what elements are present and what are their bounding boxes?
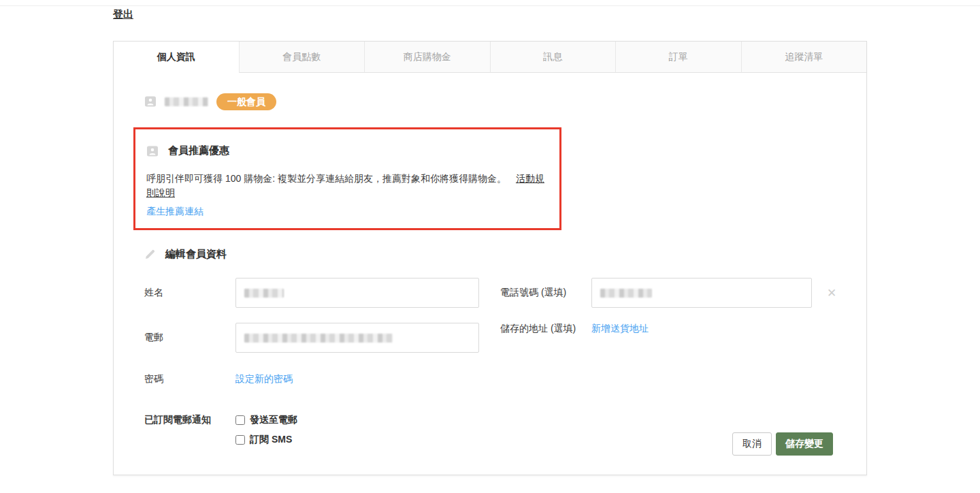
email-label: 電郵 <box>144 332 235 344</box>
member-tier-badge: 一般會員 <box>216 93 276 110</box>
member-edit-form: 姓名 電郵 密碼 設定新的密碼 已訂閱電郵通知 <box>144 278 836 446</box>
logout-link[interactable]: 登出 <box>113 8 133 21</box>
save-changes-button[interactable]: 儲存變更 <box>776 432 833 456</box>
referral-promo-box: 會員推薦優惠 呼朋引伴即可獲得 100 購物金: 複製並分享連結給朋友，推薦對象… <box>133 127 561 230</box>
notify-email-checkbox[interactable] <box>235 415 245 425</box>
clear-phone-icon[interactable]: ✕ <box>827 287 836 299</box>
top-divider <box>0 5 980 6</box>
tab-messages[interactable]: 訊息 <box>491 42 617 73</box>
notify-sms-checkbox[interactable] <box>235 435 245 445</box>
tab-store-credit[interactable]: 商店購物金 <box>365 42 491 73</box>
tab-personal-info[interactable]: 個人資訊 <box>114 42 240 73</box>
notifications-label: 已訂閱電郵通知 <box>144 414 235 426</box>
edit-section-header: 編輯會員資料 <box>144 248 836 261</box>
member-name-redacted <box>165 97 208 106</box>
referral-member-icon <box>146 145 159 157</box>
email-value-redacted <box>244 334 393 343</box>
password-label: 密碼 <box>144 373 235 385</box>
address-label: 儲存的地址 (選填) <box>500 323 591 335</box>
referral-title-row: 會員推薦優惠 <box>146 144 549 157</box>
set-new-password-link[interactable]: 設定新的密碼 <box>235 373 293 385</box>
phone-value-redacted <box>600 289 652 298</box>
referral-title: 會員推薦優惠 <box>168 144 229 157</box>
phone-input[interactable] <box>591 278 812 308</box>
notification-checkboxes: 發送至電郵 訂閱 SMS <box>235 414 297 446</box>
referral-description: 呼朋引伴即可獲得 100 購物金: 複製並分享連結給朋友，推薦對象和你將獲得購物… <box>146 172 549 200</box>
password-field-row: 密碼 設定新的密碼 <box>144 373 479 385</box>
pencil-icon <box>144 249 156 260</box>
referral-description-text: 呼朋引伴即可獲得 100 購物金: 複製並分享連結給朋友，推薦對象和你將獲得購物… <box>146 173 506 184</box>
form-column-right: 電話號碼 (選填) ✕ 儲存的地址 (選填) 新增送貨地址 <box>500 278 836 335</box>
name-value-redacted <box>244 289 284 298</box>
name-label: 姓名 <box>144 287 235 299</box>
email-field-row: 電郵 <box>144 323 479 353</box>
tab-wishlist[interactable]: 追蹤清單 <box>742 42 867 73</box>
notify-sms-option: 訂閱 SMS <box>235 434 297 446</box>
member-summary-row: 一般會員 <box>144 92 836 111</box>
notify-sms-label: 訂閱 SMS <box>250 434 292 446</box>
email-input[interactable] <box>235 323 479 353</box>
form-column-left: 姓名 電郵 密碼 設定新的密碼 已訂閱電郵通知 <box>144 278 479 446</box>
notify-email-label: 發送至電郵 <box>250 414 297 426</box>
name-input[interactable] <box>235 278 479 308</box>
member-card-icon <box>144 95 157 108</box>
phone-label: 電話號碼 (選填) <box>500 287 591 299</box>
edit-section-title: 編輯會員資料 <box>165 248 227 261</box>
notifications-row: 已訂閱電郵通知 發送至電郵 訂閱 SMS <box>144 414 479 446</box>
phone-field-row: 電話號碼 (選填) ✕ <box>500 278 836 308</box>
tab-content: 一般會員 會員推薦優惠 呼朋引伴即可獲得 100 購物金: 複製並分享連結給朋友… <box>114 73 866 446</box>
cancel-button[interactable]: 取消 <box>732 432 772 456</box>
tab-orders[interactable]: 訂單 <box>616 42 742 73</box>
generate-referral-link[interactable]: 產生推薦連結 <box>146 206 203 217</box>
notify-email-option: 發送至電郵 <box>235 414 297 426</box>
add-shipping-address-link[interactable]: 新增送貨地址 <box>591 323 649 335</box>
tab-member-points[interactable]: 會員點數 <box>240 42 365 73</box>
account-tabbar: 個人資訊 會員點數 商店購物金 訊息 訂單 追蹤清單 <box>114 42 866 73</box>
form-actions: 取消 儲存變更 <box>732 432 833 456</box>
name-field-row: 姓名 <box>144 278 479 308</box>
account-panel: 個人資訊 會員點數 商店購物金 訊息 訂單 追蹤清單 一般會員 <box>113 41 867 475</box>
address-field-row: 儲存的地址 (選填) 新增送貨地址 <box>500 323 836 335</box>
